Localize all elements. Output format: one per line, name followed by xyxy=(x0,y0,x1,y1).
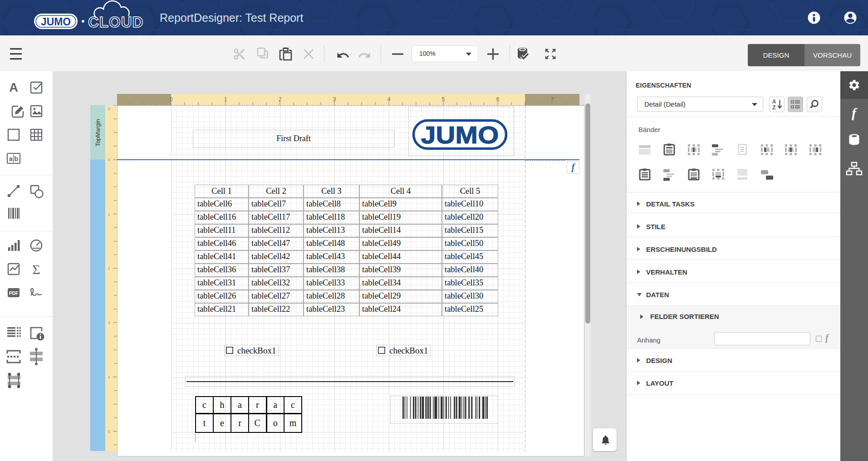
svg-text:1: 1 xyxy=(224,96,227,103)
svg-text:5: 5 xyxy=(108,429,110,434)
svg-text:JUMO: JUMO xyxy=(421,122,499,148)
svg-text:4: 4 xyxy=(108,375,110,379)
svg-text:2: 2 xyxy=(108,266,110,270)
svg-text:3: 3 xyxy=(108,320,110,325)
svg-text:CLOUD: CLOUD xyxy=(88,14,143,30)
svg-text:A: A xyxy=(772,98,776,105)
svg-text:Z: Z xyxy=(772,104,775,111)
svg-text:PDF: PDF xyxy=(9,291,18,296)
svg-text:f: f xyxy=(852,105,858,120)
svg-text:0: 0 xyxy=(108,157,110,162)
svg-text:A: A xyxy=(9,81,18,94)
svg-text:4: 4 xyxy=(387,96,391,103)
svg-text:2: 2 xyxy=(279,96,282,103)
svg-text:JUMO: JUMO xyxy=(41,15,71,28)
svg-text:0: 0 xyxy=(170,96,173,103)
svg-text:0: 0 xyxy=(108,107,110,111)
svg-text:3: 3 xyxy=(333,96,336,103)
svg-text:1: 1 xyxy=(108,212,110,216)
svg-text:Σ: Σ xyxy=(32,262,40,277)
svg-text:7: 7 xyxy=(551,96,554,103)
svg-text:5: 5 xyxy=(442,96,445,103)
svg-text:6: 6 xyxy=(496,96,500,103)
